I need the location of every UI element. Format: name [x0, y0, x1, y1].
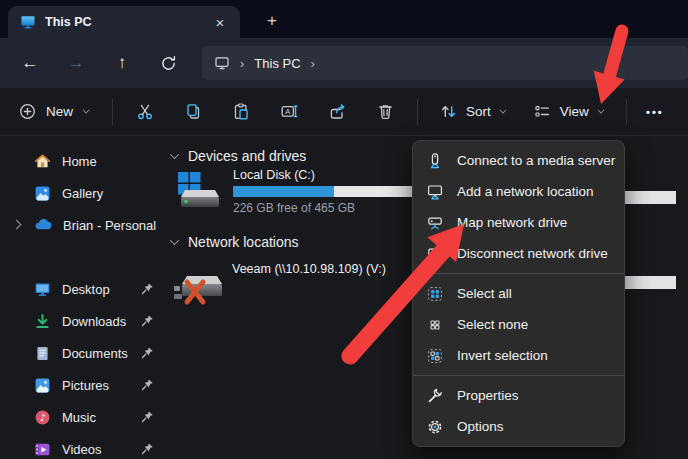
sort-icon: [439, 102, 458, 121]
select-all-icon: [426, 285, 444, 303]
new-button[interactable]: New: [18, 102, 90, 121]
network-drive-item[interactable]: Veeam (\\10.10.98.109) (V:): [174, 262, 386, 308]
sidebar-item-documents[interactable]: Documents: [0, 337, 166, 369]
menu-item-map-network-drive[interactable]: Map network drive: [413, 207, 624, 238]
menu-item-properties[interactable]: Properties: [413, 380, 624, 411]
chevron-down-icon: [499, 106, 506, 113]
music-icon: ♪: [34, 409, 51, 426]
view-button-label: View: [560, 104, 589, 119]
sidebar-item-onedrive[interactable]: Brian - Personal: [0, 209, 166, 241]
sidebar-item-label: Gallery: [62, 186, 103, 201]
pin-icon: [140, 282, 154, 296]
menu-item-label: Disconnect network drive: [457, 246, 608, 261]
map-network-drive-icon: [426, 214, 444, 232]
paste-button[interactable]: [217, 94, 265, 130]
gallery-icon: [34, 185, 51, 202]
rename-button[interactable]: A: [265, 94, 313, 130]
view-icon: [533, 102, 552, 121]
forward-button[interactable]: →: [58, 46, 94, 80]
local-disk-item[interactable]: Local Disk (C:) 226 GB free of 465 GB: [174, 168, 431, 215]
downloads-icon: [34, 313, 51, 330]
up-button[interactable]: ↑: [104, 46, 140, 80]
menu-item-label: Select none: [457, 317, 528, 332]
sidebar-item-label: Downloads: [62, 314, 126, 329]
drive-name: Local Disk (C:): [233, 168, 431, 182]
cut-icon: [136, 102, 155, 121]
file-explorer-window: This PC × + ← → ↑ › This PC ›: [0, 0, 688, 459]
sidebar-item-home[interactable]: Home: [0, 145, 166, 177]
media-server-icon: [426, 152, 444, 170]
menu-item-label: Properties: [457, 388, 519, 403]
svg-text:♪: ♪: [39, 412, 45, 423]
tab-title: This PC: [45, 15, 92, 29]
drive-free-space: 226 GB free of 465 GB: [233, 201, 431, 215]
disconnected-network-drive-icon: [174, 266, 224, 308]
close-tab-icon[interactable]: ×: [208, 11, 232, 33]
share-button[interactable]: [313, 94, 361, 130]
sidebar-item-label: Videos: [62, 442, 102, 457]
obscured-capacity-bar: [622, 191, 676, 204]
paste-icon: [232, 102, 251, 121]
address-bar[interactable]: › This PC ›: [202, 46, 688, 80]
section-network-locations[interactable]: Network locations: [170, 231, 299, 253]
menu-item-label: Add a network location: [457, 184, 594, 199]
copy-icon: [184, 102, 203, 121]
pin-icon: [140, 314, 154, 328]
network-drive-name: Veeam (\\10.10.98.109) (V:): [232, 262, 386, 276]
menu-item-label: Options: [457, 419, 504, 434]
menu-divider: [413, 273, 624, 274]
gear-icon: [426, 418, 444, 436]
capacity-bar: [233, 186, 431, 197]
rename-icon: A: [280, 102, 299, 121]
chevron-right-icon[interactable]: [12, 220, 22, 230]
back-button[interactable]: ←: [12, 46, 48, 80]
copy-button[interactable]: [169, 94, 217, 130]
pictures-icon: [34, 377, 51, 394]
breadcrumb-chevron-icon: ›: [240, 56, 244, 71]
disconnect-network-drive-icon: [426, 245, 444, 263]
menu-item-options[interactable]: Options: [413, 411, 624, 442]
chevron-down-icon: [597, 106, 604, 113]
home-icon: [34, 153, 51, 170]
sidebar-item-label: Desktop: [62, 282, 110, 297]
cut-button[interactable]: [121, 94, 169, 130]
sidebar-item-desktop[interactable]: Desktop: [0, 273, 166, 305]
sort-button-label: Sort: [466, 104, 491, 119]
menu-item-select-all[interactable]: Select all: [413, 278, 624, 309]
plus-circle-icon: [18, 102, 37, 121]
menu-item-invert-selection[interactable]: Invert selection: [413, 340, 624, 371]
sidebar-item-gallery[interactable]: Gallery: [0, 177, 166, 209]
menu-item-add-network-location[interactable]: Add a network location: [413, 176, 624, 207]
select-none-icon: [426, 316, 444, 334]
sidebar-item-pictures[interactable]: Pictures: [0, 369, 166, 401]
menu-item-label: Map network drive: [457, 215, 567, 230]
invert-selection-icon: [426, 347, 444, 365]
new-tab-button[interactable]: +: [258, 8, 286, 34]
tab-this-pc[interactable]: This PC ×: [8, 6, 240, 38]
section-devices-and-drives[interactable]: Devices and drives: [170, 145, 306, 167]
menu-item-connect-media-server[interactable]: Connect to a media server: [413, 145, 624, 176]
sidebar-item-downloads[interactable]: Downloads: [0, 305, 166, 337]
breadcrumb-this-pc[interactable]: This PC: [254, 56, 300, 71]
new-button-label: New: [46, 104, 73, 119]
pin-icon: [140, 410, 154, 424]
sidebar-item-music[interactable]: ♪ Music: [0, 401, 166, 433]
trash-icon: [376, 102, 395, 121]
menu-item-select-none[interactable]: Select none: [413, 309, 624, 340]
breadcrumb-chevron-icon[interactable]: ›: [311, 56, 315, 71]
delete-button[interactable]: [361, 94, 409, 130]
sidebar-item-label: Pictures: [62, 378, 109, 393]
toolbar-divider: [112, 99, 113, 125]
sort-button[interactable]: Sort: [426, 94, 520, 130]
this-pc-monitor-icon: [20, 14, 36, 30]
chevron-down-icon: [170, 236, 179, 245]
view-button[interactable]: View: [520, 94, 618, 130]
add-network-location-icon: [426, 183, 444, 201]
menu-divider: [413, 375, 624, 376]
menu-item-disconnect-network-drive[interactable]: Disconnect network drive: [413, 238, 624, 269]
see-more-button[interactable]: •••: [635, 94, 675, 130]
desktop-icon: [34, 281, 51, 298]
capacity-bar-fill: [233, 186, 334, 197]
refresh-button[interactable]: [150, 46, 186, 80]
sidebar-item-videos[interactable]: Videos: [0, 433, 166, 459]
